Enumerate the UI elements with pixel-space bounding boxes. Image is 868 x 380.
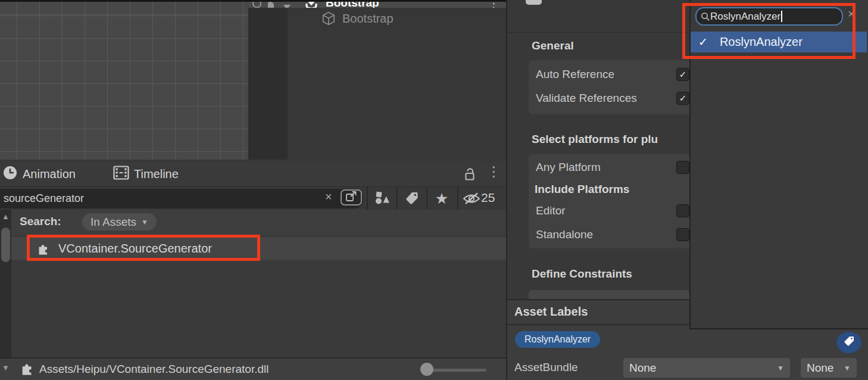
project-search-bar: sourceGenerator × [0, 186, 506, 210]
assetbundle-variant-value: None [807, 362, 833, 375]
hierarchy-panel: Bootstrap [288, 8, 506, 160]
zoom-slider-thumb[interactable] [420, 363, 433, 376]
check-icon: ✓ [698, 35, 708, 49]
tab-animation-label: Animation [23, 167, 76, 181]
assetbundle-label: AssetBundle [514, 361, 578, 374]
any-platform-checkbox[interactable] [676, 161, 689, 174]
search-scope-row: Search: In Assets ▼ [0, 210, 506, 235]
asset-label-tag[interactable]: RoslynAnalyzer [515, 331, 600, 348]
animation-tab-bar: Animation Timeline ⋮ [0, 161, 506, 186]
clear-search-icon[interactable]: × [325, 190, 332, 204]
tab-timeline-label: Timeline [134, 167, 179, 181]
open-search-window-button[interactable] [341, 189, 362, 205]
chevron-down-icon: ▼ [844, 364, 851, 372]
close-icon[interactable]: × [848, 7, 855, 21]
toolbar-divider [457, 187, 458, 210]
scroll-up-icon[interactable]: ▲ [2, 212, 10, 221]
platform-standalone-checkbox[interactable] [676, 228, 689, 241]
tab-timeline[interactable]: Timeline [113, 161, 179, 186]
panel-divider [0, 0, 506, 2]
edit-labels-button[interactable] [836, 332, 861, 353]
asset-labels-title: Asset Labels [514, 305, 588, 319]
assetbundle-dropdown[interactable]: None ▼ [623, 358, 790, 378]
visibility-eye-icon[interactable] [252, 1, 262, 8]
shapes-icon [374, 191, 390, 207]
filter-by-label-button[interactable] [398, 187, 426, 210]
define-constraints-box [529, 290, 689, 299]
validate-references-label: Validate References [536, 92, 637, 105]
hidden-eye-icon[interactable] [463, 192, 480, 208]
plugin-puzzle-icon [38, 242, 50, 255]
label-search-input[interactable]: RoslynAnalyzer [695, 7, 843, 26]
clock-icon [2, 165, 18, 183]
selected-asset-path: Assets/Heipu/VContainer.SourceGenerator.… [39, 363, 269, 376]
label-search-popup: RoslynAnalyzer × ✓ RoslynAnalyzer [689, 0, 868, 329]
scrollbar-thumb[interactable] [1, 228, 10, 262]
inspector-scroll-nub [526, 0, 542, 5]
search-icon [701, 12, 710, 21]
hierarchy-item-bootstrap[interactable]: Bootstrap [288, 9, 506, 28]
film-icon [113, 166, 129, 182]
project-search-value: sourceGenerator [4, 192, 84, 205]
label-result-row[interactable]: ✓ RoslynAnalyzer [691, 32, 867, 52]
hierarchy-gutter [248, 8, 288, 160]
zoom-slider-track[interactable] [427, 369, 486, 372]
search-results-list: VContainer.SourceGenerator [0, 235, 506, 357]
search-scope-value: In Assets [90, 216, 136, 229]
chevron-down-icon: ▼ [777, 364, 784, 372]
assetbundle-variant-dropdown[interactable]: None ▼ [801, 358, 857, 378]
search-scope-dropdown[interactable]: In Assets ▼ [82, 213, 157, 231]
external-window-icon [345, 191, 357, 204]
auto-reference-checkbox[interactable]: ✓ [676, 68, 689, 81]
search-result-label: VContainer.SourceGenerator [58, 242, 212, 256]
plugin-puzzle-icon [21, 362, 35, 378]
platform-editor-checkbox[interactable] [676, 204, 689, 217]
foldout-arrow-icon[interactable] [283, 2, 291, 8]
tab-animation[interactable]: Animation [2, 161, 76, 186]
platform-standalone-label: Standalone [536, 228, 593, 241]
search-scope-label: Search: [20, 215, 61, 228]
text-cursor [781, 11, 782, 22]
favorites-star-button[interactable]: ★ [427, 187, 456, 210]
assetbundle-value: None [629, 362, 656, 375]
auto-reference-label: Auto Reference [536, 68, 614, 81]
vertical-scrollbar[interactable]: ▲ [0, 210, 11, 357]
unity-editor-window: Bootstrap ⋮ Bootstrap General Auto Refer… [0, 0, 868, 380]
tag-icon [405, 191, 419, 207]
search-result-row[interactable]: VContainer.SourceGenerator [11, 237, 506, 260]
scene-view-grid[interactable] [0, 0, 248, 160]
general-section-title: General [532, 39, 574, 52]
scroll-down-icon[interactable]: ▼ [2, 363, 10, 372]
include-platforms-title: Include Platforms [535, 183, 629, 196]
any-platform-label: Any Platform [536, 161, 601, 174]
platform-editor-label: Editor [536, 204, 566, 217]
define-constraints-title: Define Constraints [532, 267, 632, 281]
platforms-section-title: Select platforms for plu [532, 133, 658, 146]
cube-icon [321, 11, 336, 26]
kebab-menu-icon[interactable]: ⋮ [487, 164, 501, 180]
hierarchy-item-label[interactable]: Bootstrap [342, 12, 394, 26]
chevron-down-icon: ▼ [141, 218, 148, 226]
asset-label-tag-text: RoslynAnalyzer [524, 334, 591, 345]
selection-path-bar: ▼ Assets/Heipu/VContainer.SourceGenerato… [0, 357, 506, 380]
tag-icon [843, 335, 855, 350]
validate-references-checkbox[interactable]: ✓ [676, 92, 689, 105]
label-result-text: RoslynAnalyzer [720, 35, 803, 49]
filter-by-type-button[interactable] [368, 187, 396, 210]
label-search-value: RoslynAnalyzer [710, 11, 780, 23]
unlock-icon[interactable] [463, 167, 476, 184]
hidden-count: 25 [481, 191, 495, 205]
project-search-input[interactable]: sourceGenerator [0, 189, 363, 208]
